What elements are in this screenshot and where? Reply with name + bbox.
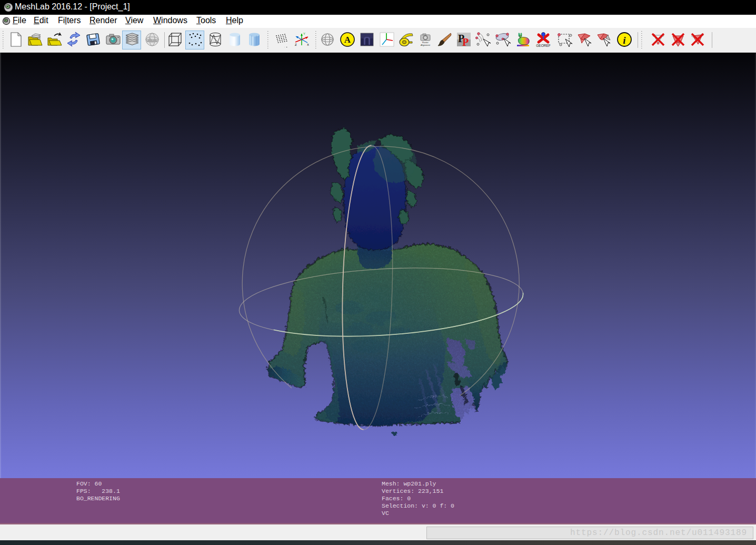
svg-text:P: P bbox=[462, 36, 469, 47]
svg-text:VC: VC bbox=[382, 510, 389, 517]
svg-text:FOV: 60: FOV: 60 bbox=[76, 480, 102, 487]
svg-text:GEOREF: GEOREF bbox=[536, 44, 550, 47]
svg-text:FPS: 238.1: FPS: 238.1 bbox=[76, 488, 120, 494]
svg-text:Y: Y bbox=[303, 32, 305, 35]
svg-text:Mesh: wp201.ply: Mesh: wp201.ply bbox=[382, 480, 436, 487]
svg-text:A: A bbox=[344, 35, 351, 45]
svg-text:BO_RENDERING: BO_RENDERING bbox=[76, 495, 120, 502]
svg-text:Vertices: 223,151: Vertices: 223,151 bbox=[382, 488, 443, 494]
svg-text:Alignment: Alignment bbox=[420, 44, 431, 46]
svg-text:Z: Z bbox=[295, 43, 297, 46]
svg-text:i: i bbox=[623, 35, 626, 46]
svg-text:Faces: 0: Faces: 0 bbox=[382, 495, 411, 502]
svg-text:X: X bbox=[307, 43, 309, 46]
svg-text:Selection: v: 0 f: 0: Selection: v: 0 f: 0 bbox=[382, 502, 454, 509]
